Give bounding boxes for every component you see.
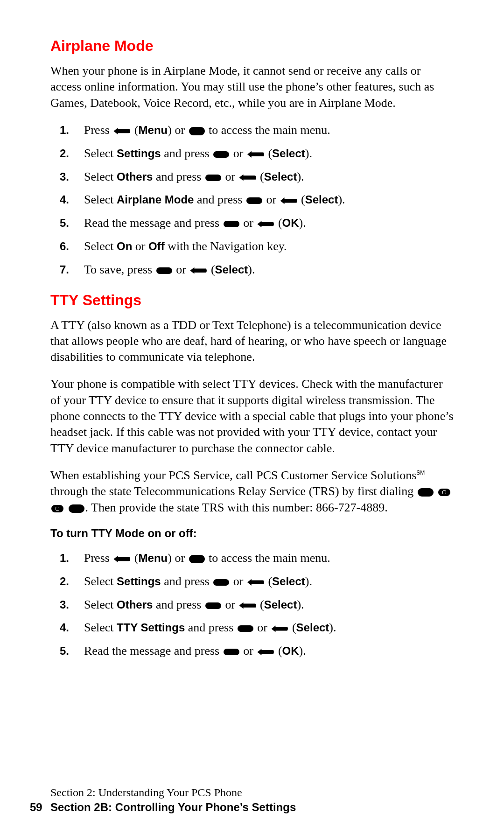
bold: Menu	[139, 552, 168, 564]
text: ).	[297, 598, 304, 611]
tty-paragraph-2: Your phone is compatible with select TTY…	[50, 376, 454, 456]
list-item: 6.Select On or Off with the Navigation k…	[84, 238, 454, 254]
list-item: 1.Press (Menu) or to access the main men…	[84, 550, 454, 566]
text: Select	[84, 147, 117, 160]
bold: Select	[264, 598, 297, 611]
text: ) or	[168, 551, 188, 565]
footer-subsection: Section 2B: Controlling Your Phone’s Set…	[50, 801, 296, 814]
text: ).	[305, 147, 312, 160]
left-softkey-icon	[271, 625, 288, 632]
ok-key-icon	[213, 151, 229, 158]
text: Read the message and press	[84, 644, 223, 658]
bold: Select	[215, 263, 248, 276]
tty-subheading: To turn TTY Mode on or off:	[50, 527, 454, 540]
text: ).	[299, 644, 306, 658]
list-item: 2.Select Settings and press or (Select).	[84, 146, 454, 161]
text: with the Navigation key.	[165, 239, 287, 253]
bold: Off	[148, 240, 165, 252]
tty-paragraph-3: When establishing your PCS Service, call…	[50, 468, 454, 516]
list-item: 7.To save, press or (Select).	[84, 262, 454, 278]
bold: OK	[282, 644, 299, 657]
left-softkey-icon	[190, 267, 207, 274]
text: Select	[84, 574, 117, 588]
step-number: 6.	[60, 239, 69, 253]
bold: Others	[117, 598, 153, 611]
list-item: 2.Select Settings and press or (Select).	[84, 574, 454, 589]
bold: On	[117, 240, 132, 252]
text: ).	[329, 621, 336, 634]
sm-mark: SM	[416, 469, 425, 476]
ok-key-icon	[238, 625, 253, 632]
list-item: 3.Select Others and press or (Select).	[84, 597, 454, 613]
footer-section: Section 2: Understanding Your PCS Phone	[50, 786, 296, 799]
step-number: 3.	[60, 597, 69, 612]
ok-key-icon	[205, 175, 221, 181]
left-softkey-icon	[239, 602, 256, 609]
step-number: 4.	[60, 192, 69, 207]
bold: Select	[264, 170, 297, 183]
text: and press	[185, 621, 236, 634]
bold: OK	[282, 217, 299, 229]
list-item: 5.Read the message and press or (OK).	[84, 643, 454, 659]
dial-key-icon	[438, 489, 450, 496]
text: and press	[161, 574, 212, 588]
text: through the state Telecommunications Rel…	[50, 484, 417, 498]
page-footer: Section 2: Understanding Your PCS Phone …	[50, 786, 296, 814]
left-softkey-icon	[257, 649, 274, 655]
left-softkey-icon	[247, 579, 264, 586]
text: and press	[153, 598, 204, 611]
text: Select	[84, 193, 117, 206]
ok-key-icon	[156, 267, 172, 274]
step-number: 1.	[60, 551, 69, 565]
text: Select	[84, 598, 117, 611]
bold: Select	[272, 575, 305, 588]
text: to access the main menu.	[206, 123, 330, 137]
step-number: 4.	[60, 620, 69, 635]
text: Select	[84, 170, 117, 183]
text: When establishing your PCS Service, call…	[50, 469, 416, 482]
text: ).	[305, 574, 312, 588]
dial-key-icon	[418, 488, 434, 497]
step-number: 5.	[60, 644, 69, 658]
airplane-intro: When your phone is in Airplane Mode, it …	[50, 63, 454, 111]
list-item: 4.Select Airplane Mode and press or (Sel…	[84, 192, 454, 208]
list-item: 1.Press (Menu) or to access the main men…	[84, 122, 454, 138]
tty-paragraph-1: A TTY (also known as a TDD or Text Telep…	[50, 317, 454, 365]
text: ).	[297, 170, 304, 183]
bold: Select	[272, 147, 305, 160]
bold: Settings	[117, 575, 161, 588]
step-number: 5.	[60, 216, 69, 230]
ok-key-icon	[224, 649, 239, 655]
text: and press	[194, 193, 245, 206]
ok-key-icon	[224, 221, 239, 227]
text: To save, press	[84, 263, 155, 276]
bold: Others	[117, 170, 153, 183]
ok-key-icon	[213, 579, 229, 586]
text: . Then provide the state TRS with this n…	[85, 501, 388, 514]
bold: Airplane Mode	[117, 193, 194, 206]
text: ).	[338, 193, 345, 206]
left-softkey-icon	[280, 197, 297, 204]
list-item: 3.Select Others and press or (Select).	[84, 169, 454, 185]
text: Read the message and press	[84, 216, 223, 230]
step-number: 1.	[60, 123, 69, 137]
list-item: 4.Select TTY Settings and press or (Sele…	[84, 620, 454, 636]
text: ).	[248, 263, 255, 276]
left-softkey-icon	[239, 175, 256, 181]
text: and press	[161, 147, 212, 160]
text: and press	[153, 170, 204, 183]
manual-page: Airplane Mode When your phone is in Airp…	[0, 0, 504, 840]
bold: TTY Settings	[117, 621, 185, 634]
bold: Select	[305, 193, 338, 206]
ok-key-icon	[205, 602, 221, 609]
step-number: 3.	[60, 169, 69, 184]
bold: Menu	[139, 124, 168, 136]
text: ) or	[168, 123, 188, 137]
heading-airplane-mode: Airplane Mode	[50, 37, 454, 55]
tty-steps: 1.Press (Menu) or to access the main men…	[50, 550, 454, 659]
text: ).	[299, 216, 306, 230]
page-number: 59	[30, 801, 42, 814]
text: or	[132, 239, 148, 253]
step-number: 7.	[60, 262, 69, 277]
text: Select	[84, 239, 117, 253]
